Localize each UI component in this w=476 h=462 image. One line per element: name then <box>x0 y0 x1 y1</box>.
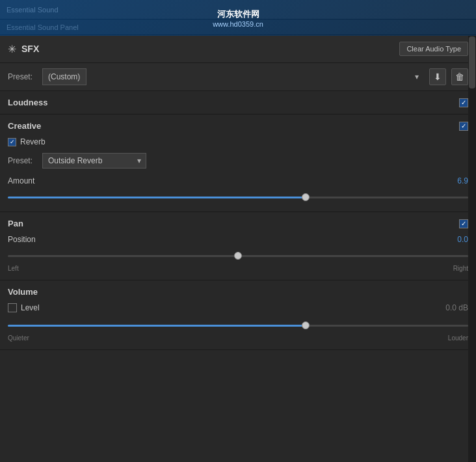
loudness-title: Loudness <box>8 98 47 107</box>
pan-checkbox[interactable] <box>459 219 468 228</box>
amount-slider-container <box>8 191 468 204</box>
creative-section-header[interactable]: Creative <box>0 115 476 137</box>
pan-left-label: Left <box>8 265 19 272</box>
amount-label: Amount <box>8 176 34 185</box>
scrollbar-track <box>468 36 476 462</box>
sfx-label: SFX <box>21 44 39 54</box>
position-row: Position 0.0 <box>8 235 468 244</box>
creative-section: Creative Reverb Preset: Outside Reverb R… <box>0 115 476 212</box>
panel-header: Essential Sound <box>0 0 476 20</box>
reverb-preset-select-wrapper: Outside Reverb Room Reverb Cathedral Sma… <box>42 153 146 169</box>
loudness-checkbox[interactable] <box>459 98 468 107</box>
level-label: Level <box>21 303 40 312</box>
sfx-icon: ✳ <box>8 43 16 55</box>
pan-right-label: Right <box>453 265 468 272</box>
reverb-preset-label: Preset: <box>8 156 37 165</box>
preset-select-wrapper: (Custom) <box>42 68 424 85</box>
position-value: 0.0 <box>457 235 468 244</box>
volume-louder-label: Louder <box>448 334 468 342</box>
reverb-preset-select[interactable]: Outside Reverb Room Reverb Cathedral Sma… <box>42 153 146 169</box>
volume-quieter-label: Quieter <box>8 334 29 342</box>
level-row: Level 0.0 dB <box>8 303 468 312</box>
preset-row: Preset: (Custom) ⬇ 🗑 <box>0 63 476 91</box>
scrollbar-thumb[interactable] <box>469 36 475 88</box>
panel-container: 河东软件网 www.hd0359.cn Essential Sound Esse… <box>0 0 476 462</box>
level-value: 0.0 dB <box>445 303 468 312</box>
volume-title: Volume <box>8 287 38 297</box>
creative-section-content: Reverb Preset: Outside Reverb Room Rever… <box>0 137 476 211</box>
volume-section: Volume Level 0.0 dB Quieter Louder <box>0 280 476 350</box>
level-slider[interactable] <box>8 325 468 327</box>
pan-slider-container <box>8 249 468 262</box>
preset-select[interactable]: (Custom) <box>42 68 86 85</box>
level-checkbox[interactable] <box>8 303 17 312</box>
clear-audio-type-button[interactable]: Clear Audio Type <box>399 42 468 56</box>
volume-slider-labels: Quieter Louder <box>8 334 468 342</box>
amount-slider[interactable] <box>8 197 468 198</box>
preset-delete-button[interactable]: 🗑 <box>451 68 468 85</box>
reverb-preset-row: Preset: Outside Reverb Room Reverb Cathe… <box>8 153 468 169</box>
creative-checkbox[interactable] <box>459 122 468 131</box>
panel-subheader: Essential Sound Panel <box>0 20 476 35</box>
pan-section-header[interactable]: Pan <box>0 212 476 235</box>
sfx-row: ✳ SFX Clear Audio Type <box>0 35 476 63</box>
pan-section-content: Position 0.0 Left Right <box>0 235 476 280</box>
reverb-checkbox[interactable] <box>8 138 16 146</box>
volume-section-content: Level 0.0 dB Quieter Louder <box>0 303 476 349</box>
preset-save-button[interactable]: ⬇ <box>429 68 446 85</box>
preset-label: Preset: <box>8 72 37 81</box>
level-left: Level <box>8 303 40 312</box>
loudness-section: Loudness <box>0 91 476 115</box>
position-label: Position <box>8 235 36 244</box>
reverb-label: Reverb <box>20 137 46 146</box>
panel-subheader-text: Essential Sound Panel <box>7 23 79 31</box>
amount-value: 6.9 <box>457 176 468 185</box>
pan-title: Pan <box>8 219 23 228</box>
sfx-left: ✳ SFX <box>8 43 39 55</box>
pan-slider[interactable] <box>8 255 468 257</box>
volume-section-header[interactable]: Volume <box>0 280 476 303</box>
panel-header-title: Essential Sound <box>7 6 59 14</box>
loudness-section-header[interactable]: Loudness <box>0 91 476 114</box>
creative-title: Creative <box>8 121 41 131</box>
amount-row: Amount 6.9 <box>8 176 468 185</box>
pan-slider-labels: Left Right <box>8 265 468 272</box>
pan-section: Pan Position 0.0 Left Right <box>0 212 476 280</box>
level-slider-container <box>8 319 468 332</box>
reverb-row: Reverb <box>8 137 468 146</box>
